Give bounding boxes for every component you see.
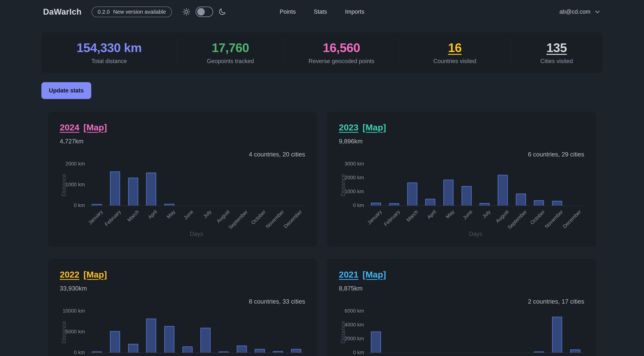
bar[interactable] bbox=[92, 352, 102, 353]
stat-value-total-distance: 154,330 km bbox=[76, 40, 142, 55]
theme-toggle-knob bbox=[197, 8, 205, 15]
bar-september[interactable] bbox=[233, 312, 251, 353]
bar-july bbox=[476, 312, 494, 353]
bar[interactable] bbox=[371, 203, 381, 206]
bar[interactable] bbox=[552, 201, 562, 206]
map-link[interactable]: [Map] bbox=[84, 269, 107, 280]
map-link[interactable]: [Map] bbox=[363, 269, 386, 280]
bar[interactable] bbox=[273, 351, 283, 353]
theme-toggle[interactable] bbox=[196, 6, 213, 17]
year-summary: 6 countries, 29 cities bbox=[339, 151, 584, 158]
bar-may[interactable] bbox=[160, 164, 178, 206]
bar[interactable] bbox=[389, 203, 399, 206]
bar[interactable] bbox=[570, 350, 580, 353]
y-tick-label: 1000 km bbox=[65, 182, 85, 188]
bar-december[interactable] bbox=[566, 312, 584, 353]
y-axis-ticks: 3000 km2000 km1000 km0 km bbox=[348, 164, 367, 206]
year-link[interactable]: 2021 bbox=[339, 269, 358, 280]
bar[interactable] bbox=[255, 349, 265, 353]
bar[interactable] bbox=[407, 182, 417, 206]
bar-july[interactable] bbox=[196, 312, 215, 353]
bar[interactable] bbox=[534, 352, 544, 353]
bar-november[interactable] bbox=[548, 164, 566, 206]
stat-value-cities-visited[interactable]: 135 bbox=[546, 40, 567, 55]
bar-september[interactable] bbox=[512, 164, 530, 206]
bar-july bbox=[196, 164, 215, 206]
bar-january[interactable] bbox=[367, 312, 385, 353]
bar[interactable] bbox=[516, 194, 526, 206]
bar[interactable] bbox=[164, 326, 174, 353]
user-email: ab@cd.com bbox=[559, 8, 590, 15]
year-link[interactable]: 2022 bbox=[60, 269, 80, 280]
bar-october[interactable] bbox=[530, 164, 548, 206]
bar[interactable] bbox=[371, 332, 381, 353]
bar-plot bbox=[367, 312, 584, 353]
month-label: February bbox=[104, 209, 122, 227]
bar-march[interactable] bbox=[124, 164, 142, 206]
bar-november[interactable] bbox=[548, 312, 566, 353]
bar-january[interactable] bbox=[367, 164, 385, 206]
map-link[interactable]: [Map] bbox=[84, 122, 107, 132]
x-label-cell: August bbox=[494, 353, 512, 356]
x-label-cell: October bbox=[530, 353, 548, 356]
user-menu[interactable]: ab@cd.com bbox=[559, 8, 600, 15]
bar-april[interactable] bbox=[142, 312, 160, 353]
bar-march[interactable] bbox=[124, 312, 142, 353]
bar-february[interactable] bbox=[106, 164, 124, 206]
stat-value-geopoints: 17,760 bbox=[212, 40, 249, 55]
bar[interactable] bbox=[164, 204, 174, 206]
bar[interactable] bbox=[146, 173, 156, 206]
bar-august[interactable] bbox=[215, 312, 233, 353]
x-label-cell: December bbox=[566, 353, 584, 356]
bar-january[interactable] bbox=[88, 312, 106, 353]
stat-label-cities-visited: Cities visited bbox=[540, 58, 573, 64]
y-tick-label: 4000 km bbox=[344, 322, 364, 328]
stat-value-countries-visited[interactable]: 16 bbox=[448, 40, 462, 55]
bar[interactable] bbox=[534, 200, 544, 206]
bar[interactable] bbox=[480, 203, 490, 206]
bar[interactable] bbox=[444, 180, 454, 206]
update-stats-button[interactable]: Update stats bbox=[42, 82, 91, 99]
bar[interactable] bbox=[425, 199, 435, 206]
year-link[interactable]: 2024 bbox=[60, 122, 80, 132]
bar[interactable] bbox=[462, 186, 472, 206]
bar[interactable] bbox=[92, 204, 102, 206]
bar[interactable] bbox=[110, 171, 120, 206]
bar-may[interactable] bbox=[160, 312, 178, 353]
app-logo[interactable]: DaWarIch bbox=[43, 7, 82, 16]
version-badge[interactable]: 0.2.0 New version available bbox=[92, 6, 172, 17]
bar-june[interactable] bbox=[458, 164, 476, 206]
bar-august[interactable] bbox=[494, 164, 512, 206]
bar[interactable] bbox=[237, 346, 247, 353]
bar[interactable] bbox=[182, 347, 192, 353]
bar[interactable] bbox=[128, 344, 138, 353]
bar-april[interactable] bbox=[142, 164, 160, 206]
bar-may[interactable] bbox=[440, 164, 458, 206]
bar-october[interactable] bbox=[530, 312, 548, 353]
nav-stats[interactable]: Stats bbox=[314, 8, 327, 15]
x-label-cell: June bbox=[178, 353, 196, 356]
year-link[interactable]: 2023 bbox=[339, 122, 358, 132]
nav-imports[interactable]: Imports bbox=[345, 8, 364, 15]
bar-june[interactable] bbox=[178, 312, 196, 353]
bar-february[interactable] bbox=[385, 164, 403, 206]
stat-value-reverse-geocoded: 16,560 bbox=[323, 40, 360, 55]
bar-march[interactable] bbox=[403, 164, 421, 206]
map-link[interactable]: [Map] bbox=[363, 122, 386, 132]
bar[interactable] bbox=[110, 331, 120, 353]
bar-october[interactable] bbox=[251, 312, 269, 353]
bar-january[interactable] bbox=[88, 164, 106, 206]
bar-april[interactable] bbox=[421, 164, 440, 206]
bar[interactable] bbox=[200, 328, 210, 353]
bar[interactable] bbox=[218, 352, 229, 353]
bar-july[interactable] bbox=[476, 164, 494, 206]
bar[interactable] bbox=[552, 317, 562, 353]
bar[interactable] bbox=[128, 178, 138, 206]
bar-december[interactable] bbox=[287, 312, 305, 353]
bar-february[interactable] bbox=[106, 312, 124, 353]
bar[interactable] bbox=[146, 319, 156, 353]
bar[interactable] bbox=[291, 349, 301, 353]
nav-points[interactable]: Points bbox=[280, 8, 296, 15]
bar[interactable] bbox=[498, 175, 508, 206]
bar-november[interactable] bbox=[269, 312, 287, 353]
